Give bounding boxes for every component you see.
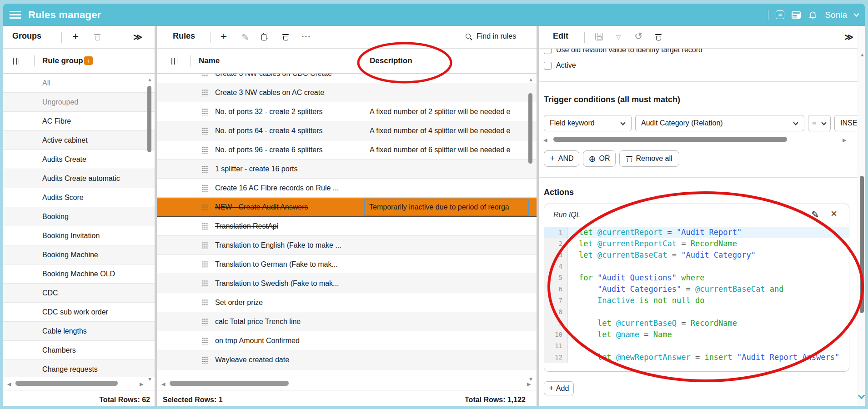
drag-handle-icon[interactable] [202,356,208,364]
edit-vscrollbar-thumb[interactable] [860,176,864,313]
name-column-label[interactable]: Name [199,56,220,65]
groups-scroll-up-arrow[interactable]: ▲ [147,77,152,82]
drag-handle-icon[interactable] [202,146,208,154]
description-column-label[interactable]: Description [370,56,412,65]
save-button[interactable] [595,33,603,40]
group-row[interactable]: Ungrouped [3,93,155,112]
code-line[interactable]: 4 [544,261,849,272]
operator-select[interactable]: = [808,115,831,131]
rule-row[interactable]: 1 splitter - create 16 ports [157,160,537,179]
news-card-icon[interactable] [792,11,801,19]
add-action-button[interactable]: + Add [544,381,574,395]
field-type-select[interactable]: Field keyword [544,115,632,131]
rule-row[interactable]: No. of ports 32 - create 2 splittersA fi… [157,102,537,121]
rules-hscrollbar-thumb[interactable] [170,381,289,386]
iql-code-editor[interactable]: 1let @currentReport = "Audit Report"2let… [544,227,849,371]
expand-edit-panel-button[interactable]: ≫ [844,32,853,42]
code-line[interactable]: 8 [544,306,849,318]
rules-vscrollbar-thumb[interactable] [528,93,532,164]
rules-scroll-up-arrow[interactable]: ▲ [528,77,533,82]
code-line[interactable]: 3let @currentBaseCat = "Audit Category" [544,249,849,261]
group-row[interactable]: Booking Machine OLD [3,264,155,284]
undo-button[interactable]: ↺ [634,31,642,41]
code-line[interactable]: 11 [544,340,849,352]
rule-row[interactable]: Create 3 NW cables on AC create [157,83,537,102]
code-line[interactable]: 7 Inactive is not null do [544,295,849,306]
rule-row[interactable]: Translation to Swedish (Fake to mak... [157,274,537,293]
conditions-hscrollbar-thumb[interactable] [553,137,787,142]
conditions-scroll-right-arrow[interactable]: ▶ [843,138,846,143]
remove-all-conditions-button[interactable]: Remove all [619,150,679,167]
drag-handle-icon[interactable] [202,337,208,344]
find-in-rules-button[interactable]: Find in rules [477,32,516,40]
groups-scroll-right-arrow[interactable]: ▶ [140,382,143,387]
edit-scroll-up-arrow[interactable]: ▲ [860,52,865,57]
drag-handle-icon[interactable] [202,261,208,268]
rule-row[interactable]: Create 3 NW cables on CDC Create [157,74,537,83]
code-line[interactable]: 5for "Audit Questions" where [544,272,849,284]
copy-rule-button[interactable] [261,33,268,40]
group-row[interactable]: AC Fibre [3,112,155,131]
group-row[interactable]: Booking Machine [3,245,155,264]
group-row[interactable]: Booking [3,207,155,226]
rule-row[interactable]: Translation RestApi [157,217,537,236]
group-row[interactable]: Active cabinet [3,131,155,150]
group-row[interactable]: Booking Invitation [3,226,155,245]
delete-button[interactable] [655,33,662,40]
groups-vscrollbar-thumb[interactable] [147,86,151,152]
rule-row[interactable]: calc Total price Trench line [157,312,537,331]
hamburger-menu-icon[interactable] [10,11,21,19]
user-chevron-down-icon[interactable] [853,11,859,17]
rule-description-cell-focused[interactable]: Temporarily inactive due to period of re… [364,199,529,216]
group-row[interactable]: CDC [3,284,155,303]
rules-scroll-right-arrow[interactable]: ▶ [527,382,531,387]
remove-action-icon[interactable]: × [831,208,837,219]
groups-scroll-left-arrow[interactable]: ◀ [7,382,11,387]
add-and-condition-button[interactable]: + AND [544,150,579,167]
rule-group-column-label[interactable]: Rule group [42,56,83,65]
code-line[interactable]: 2let @currentReportCat = RecordName [544,238,849,249]
drag-handle-icon[interactable] [202,280,208,287]
more-actions-button[interactable]: ⋯ [301,30,311,42]
rule-row[interactable]: NEW - Create Audit AnswersTemporarily in… [157,198,537,217]
rule-row[interactable]: Set order prize [157,293,537,312]
drag-handle-icon[interactable] [202,89,208,96]
rule-row[interactable]: No. of ports 96 - create 6 splittersA fi… [157,140,537,160]
code-line[interactable]: 10 let @name = Name [544,329,849,340]
group-row[interactable]: Chambers [3,341,155,360]
group-row[interactable]: Audits Create [3,150,155,169]
field-name-select[interactable]: Audit Category (Relation) [635,115,804,131]
drag-handle-icon[interactable] [202,223,208,230]
groups-hscrollbar-thumb[interactable] [15,381,118,386]
rule-row[interactable]: Wayleave created date [157,350,537,369]
save-options-caret-icon[interactable]: ▽ [616,34,621,40]
delete-group-button[interactable] [94,33,100,40]
columns-icon[interactable] [171,58,177,65]
add-group-button[interactable]: + [72,30,79,42]
delete-rule-button[interactable] [282,33,289,40]
drag-handle-icon[interactable] [202,242,208,249]
rule-row[interactable]: Create 16 AC Fibre records on Rule ... [157,179,537,198]
add-or-condition-button[interactable]: ⊕ OR [583,150,616,167]
code-line[interactable]: 6 "Audit Categories" = @currentBaseCat a… [544,284,849,295]
edit-action-icon[interactable]: ✎ [811,209,819,220]
bell-icon[interactable] [808,10,818,20]
expand-groups-panel-button[interactable]: ≫ [133,32,142,42]
rule-row[interactable]: Translation to German (Fake to mak... [157,255,537,274]
group-row[interactable]: All [3,74,155,93]
drag-handle-icon[interactable] [202,204,208,211]
code-line[interactable]: 12 let @newReportAnswer = insert "Audit … [544,352,849,363]
group-row[interactable]: Cable lengths [3,322,155,341]
group-row[interactable]: Change requests [3,360,155,377]
ai-assistant-icon[interactable]: AI [776,10,784,19]
rule-row[interactable]: Translation to English (Fake to make ... [157,236,537,255]
drag-handle-icon[interactable] [202,165,208,173]
code-line[interactable]: 1let @currentReport = "Audit Report" [544,227,849,238]
drag-handle-icon[interactable] [202,299,208,306]
columns-icon[interactable] [13,58,19,65]
user-menu[interactable]: Sonia [825,10,847,20]
group-row[interactable]: Audits Score [3,188,155,207]
code-line[interactable]: 9 let @currentBaseQ = RecordName [544,318,849,329]
group-row[interactable]: CDC sub work order [3,303,155,322]
sort-ascending-badge[interactable]: ↑ [84,56,93,65]
